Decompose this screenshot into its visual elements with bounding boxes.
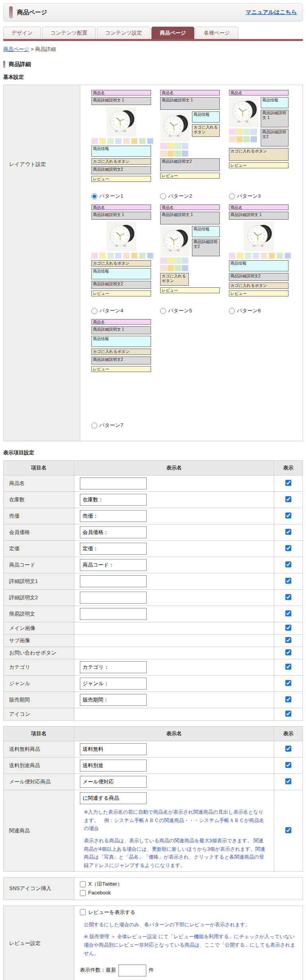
display-name-input[interactable]	[80, 760, 147, 772]
preview-block-name: 商品名	[91, 205, 151, 210]
color-swatch	[182, 150, 188, 157]
tab-active[interactable]: 商品ページ	[151, 27, 194, 39]
pattern-radio-label[interactable]: パターン7	[91, 422, 151, 429]
pattern-radio-label[interactable]: パターン3	[229, 193, 289, 200]
color-swatch	[115, 138, 122, 144]
visible-checkbox[interactable]	[285, 637, 291, 643]
preview-block-desc2: 商品詳細説明文2	[229, 273, 289, 281]
review-show-checkbox[interactable]	[80, 909, 86, 915]
visible-checkbox[interactable]	[285, 649, 291, 655]
sns-option-checkbox[interactable]	[80, 890, 86, 896]
pattern-radio[interactable]	[229, 308, 235, 314]
visible-checkbox[interactable]	[285, 545, 291, 551]
pattern-radio-label[interactable]: パターン2	[160, 193, 220, 200]
pattern-radio[interactable]	[91, 423, 97, 429]
pattern-radio[interactable]	[91, 193, 97, 199]
visible-checkbox-cell	[274, 508, 303, 524]
color-swatch	[182, 143, 188, 149]
column-header-visible: 表示	[274, 461, 303, 475]
pattern-radio-text: パターン7	[99, 422, 123, 429]
display-name-cell	[74, 524, 274, 541]
visible-checkbox[interactable]	[285, 561, 291, 567]
display-name-input[interactable]	[80, 559, 147, 571]
pattern-option: 商品名商品詳細説明文 1カゴに入れるボタン商品情報商品詳細説明文2レビューパター…	[91, 205, 151, 314]
preview-block-cart: カゴに入れるボタン	[91, 260, 151, 267]
review-count-input[interactable]	[118, 964, 146, 976]
color-swatch	[261, 253, 267, 259]
sns-option-checkbox[interactable]	[80, 881, 86, 887]
preview-block-info: 商品情報	[91, 146, 151, 157]
pattern-radio-label[interactable]: パターン6	[229, 307, 289, 314]
display-name-input[interactable]	[80, 575, 147, 587]
manual-link[interactable]: マニュアルはこちら	[246, 9, 297, 16]
visible-checkbox[interactable]	[285, 512, 291, 518]
preview-block-desc2: 商品詳細説明文2	[91, 357, 151, 364]
preview-block-name: 商品名	[229, 205, 289, 210]
pattern-radio-text: パターン4	[99, 307, 123, 314]
display-name-input[interactable]	[80, 526, 147, 538]
tab-item[interactable]: デザイン	[3, 27, 41, 39]
visible-checkbox[interactable]	[285, 746, 291, 752]
visible-checkbox[interactable]	[285, 610, 291, 616]
visible-checkbox[interactable]	[285, 594, 291, 600]
preview-block-desc2: 商品詳細説明文2	[261, 129, 289, 146]
basic-settings-label: 基本設定	[3, 74, 303, 81]
table-row: SNSアイコン挿入X（旧Twitter）Facebook	[4, 878, 303, 900]
note-text: ※入力した表示名の前に自動で商品名が表示され関連商品の見出し表示名となります。 …	[84, 808, 268, 833]
display-name-input[interactable]	[80, 510, 147, 522]
pattern-radio[interactable]	[229, 193, 235, 199]
pattern-radio[interactable]	[160, 308, 166, 314]
display-name-input[interactable]	[80, 592, 147, 604]
visible-checkbox[interactable]	[285, 529, 291, 535]
visible-checkbox[interactable]	[285, 680, 291, 686]
breadcrumb-link[interactable]: 商品ページ	[3, 46, 29, 52]
display-name-input[interactable]	[80, 661, 147, 673]
visible-checkbox[interactable]	[285, 578, 291, 584]
column-header-item: 項目名	[4, 461, 74, 475]
table-row: 売価	[4, 508, 303, 524]
display-name-input[interactable]	[80, 543, 147, 555]
color-swatch	[167, 257, 174, 264]
tab-item[interactable]: コンテンツ設定	[97, 27, 151, 39]
pattern-radio[interactable]	[91, 308, 97, 314]
display-name-input[interactable]	[80, 608, 147, 620]
sns-option-label[interactable]: X（旧Twitter）	[80, 880, 297, 888]
pattern-radio-text: パターン5	[168, 307, 192, 314]
display-name-input[interactable]	[80, 494, 147, 506]
visible-checkbox[interactable]	[285, 762, 291, 768]
display-name-input[interactable]	[80, 792, 147, 804]
item-name-cell: 送料別途商品	[4, 758, 74, 774]
pattern-radio-label[interactable]: パターン4	[91, 307, 151, 314]
visible-checkbox[interactable]	[285, 625, 291, 631]
preview-block-cart: カゴに入れるボタン	[192, 124, 220, 137]
pattern-radio-label[interactable]: パターン1	[91, 193, 151, 200]
display-name-input[interactable]	[80, 743, 147, 755]
visible-checkbox[interactable]	[285, 778, 291, 784]
preview-block-review: レビュー	[160, 173, 220, 179]
visible-checkbox-cell	[274, 774, 303, 790]
visible-checkbox[interactable]	[285, 480, 291, 486]
tab-item[interactable]: 各種ページ	[196, 27, 238, 39]
color-swatch	[253, 253, 259, 259]
review-show-text: レビューを表示する	[88, 908, 136, 917]
visible-checkbox[interactable]	[285, 827, 291, 833]
sns-option-text: Facebook	[88, 888, 111, 897]
review-show-label[interactable]: レビューを表示する	[80, 908, 297, 917]
header-accent-bar	[9, 6, 13, 18]
display-name-cell	[74, 692, 274, 708]
display-name-input[interactable]	[80, 678, 147, 690]
visible-checkbox[interactable]	[285, 711, 291, 717]
color-swatch	[99, 138, 106, 144]
visible-checkbox[interactable]	[285, 496, 291, 502]
visible-checkbox[interactable]	[285, 696, 291, 702]
pattern-radio-label[interactable]: パターン5	[160, 307, 220, 314]
pattern-radio[interactable]	[160, 193, 166, 199]
display-name-input[interactable]	[80, 776, 147, 788]
display-name-input[interactable]	[80, 694, 147, 706]
sns-icon-table: SNSアイコン挿入X（旧Twitter）Facebook	[3, 877, 303, 900]
preview-block-review: レビュー	[229, 290, 289, 296]
display-name-input[interactable]	[80, 477, 147, 489]
tab-item[interactable]: コンテンツ配置	[42, 27, 96, 39]
sns-option-label[interactable]: Facebook	[80, 888, 297, 897]
visible-checkbox[interactable]	[285, 664, 291, 670]
